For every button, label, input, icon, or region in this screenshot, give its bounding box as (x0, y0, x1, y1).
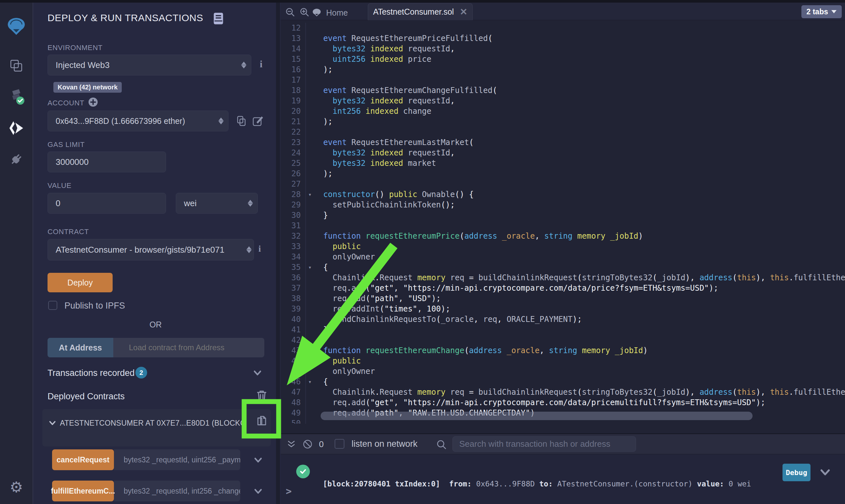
tabs-count-label: 2 tabs (807, 7, 828, 16)
stepper-arrows-icon (248, 197, 253, 210)
clear-console-icon[interactable] (302, 439, 313, 450)
debug-button[interactable]: Debug (782, 464, 810, 481)
code-viewport[interactable]: 1213 event RequestEthereumPriceFulfilled… (280, 20, 845, 433)
account-label: ACCOUNT (48, 99, 84, 107)
stepper-arrows-icon (241, 59, 246, 71)
expand-terminal-icon[interactable] (287, 439, 296, 449)
search-icon (436, 439, 447, 450)
editor-area: Home ATestnetConsumer.sol ✕ 2 tabs 1213 … (280, 3, 845, 504)
code-line-22: 22 (280, 127, 845, 137)
value-label: VALUE (48, 181, 72, 190)
code-line-36: 36 Chainlink.Request memory req = buildC… (280, 272, 845, 283)
publish-ipfs-checkbox[interactable] (48, 301, 57, 310)
add-account-icon[interactable] (88, 97, 98, 107)
contract-info-icon[interactable]: i (258, 244, 261, 254)
code-line-12: 12 (280, 23, 845, 33)
code-line-35: 35▾ { (280, 262, 845, 272)
environment-select[interactable]: Injected Web3 (48, 55, 251, 75)
stepper-arrows-icon (246, 244, 252, 256)
plugin-manager-icon[interactable] (0, 151, 33, 168)
code-line-28: 28▾ constructor() public Ownable() { (280, 189, 845, 200)
function-row: fulfillEthereumC... bytes32 _requestId, … (52, 481, 273, 501)
gas-limit-input[interactable] (48, 151, 166, 172)
function-expand-icon[interactable] (254, 456, 262, 464)
horizontal-scrollbar[interactable] (321, 412, 753, 420)
tab-active-file[interactable]: ATestnetConsumer.sol ✕ (368, 3, 472, 20)
close-tab-icon[interactable]: ✕ (460, 6, 467, 17)
code-line-17: 17 (280, 75, 845, 85)
icon-sidebar: ⚙ (0, 3, 33, 504)
fulfill-ethereum-change-args[interactable]: bytes32 _requestId, int256 _change (114, 481, 240, 501)
code-line-41: 41 } (280, 325, 845, 335)
deployed-contracts-label: Deployed Contracts (48, 392, 125, 401)
tx-success-icon (296, 465, 310, 478)
at-address-input[interactable] (113, 338, 263, 357)
clear-instances-trash-icon[interactable] (256, 390, 268, 402)
tab-home[interactable]: Home (312, 5, 348, 20)
code-line-14: 14 bytes32 indexed requestId, (280, 43, 845, 54)
terminal-prompt[interactable]: > (286, 485, 292, 497)
code-line-38: 38 req.add("path", "USD"); (280, 293, 845, 304)
transactions-collapse-icon[interactable] (253, 369, 262, 377)
code-line-33: 33 public (280, 241, 845, 252)
function-row: cancelRequest bytes32 _requestId, uint25… (52, 449, 273, 470)
docs-book-icon[interactable] (213, 12, 224, 25)
remix-ide-window: ⚙ DEPLOY & RUN TRANSACTIONS ENVIRONMENT … (0, 0, 845, 504)
copy-instance-icon[interactable] (256, 415, 267, 428)
value-unit: wei (184, 198, 196, 209)
code-line-15: 15 uint256 indexed price (280, 54, 845, 65)
window-top-strip (0, 0, 845, 3)
stepper-arrows-icon (219, 115, 224, 127)
contract-select[interactable]: ATestnetConsumer - browser/gists/9b71e07… (48, 239, 254, 260)
deployed-instance-card[interactable]: ATESTNETCONSUMER AT 0X7E7...E80D1 (BLOCK… (42, 409, 271, 447)
instance-title: ATESTNETCONSUMER AT 0X7E7...E80D1 (BLOCK… (60, 419, 242, 428)
instance-expand-icon[interactable] (49, 419, 56, 427)
remix-logo-icon[interactable] (0, 15, 33, 38)
deploy-run-icon[interactable] (0, 119, 33, 137)
code-line-45: 45 onlyOwner (280, 366, 845, 377)
value-unit-select[interactable]: wei (176, 193, 258, 214)
value-input[interactable] (48, 193, 166, 214)
terminal-log-entry[interactable]: [block:20780401 txIndex:0] from: 0x643..… (323, 462, 751, 504)
code-line-43: 43 function requestEthereumChange(addres… (280, 345, 845, 356)
terminal-search-input[interactable] (452, 436, 636, 452)
log-expand-chevron-icon[interactable] (820, 467, 831, 477)
contract-value: ATestnetConsumer - browser/gists/9b71e07… (56, 245, 224, 255)
code-line-19: 19 bytes32 indexed requestId, (280, 95, 845, 106)
home-tab-icon (312, 8, 322, 18)
edit-account-icon[interactable] (252, 115, 264, 127)
code-line-44: 44 public (280, 356, 845, 366)
code-line-46: 46▾ { (280, 377, 845, 387)
listen-network-label: listen on network (351, 439, 418, 449)
editor-tabbar: Home ATestnetConsumer.sol ✕ 2 tabs (280, 3, 845, 20)
deploy-button[interactable]: Deploy (48, 273, 113, 292)
account-select[interactable]: 0x643...9F88D (1.666673996 ether) (48, 111, 228, 131)
code-line-23: 23 event RequestEthereumLastMarket( (280, 137, 845, 148)
copy-account-icon[interactable] (236, 115, 247, 127)
file-explorer-icon[interactable] (0, 57, 33, 74)
environment-info-icon[interactable]: i (260, 58, 262, 70)
settings-gear-icon[interactable]: ⚙ (0, 478, 33, 496)
code-line-29: 29 setPublicChainlinkToken(); (280, 200, 845, 210)
environment-value: Injected Web3 (56, 60, 110, 70)
solidity-compiler-icon[interactable] (0, 88, 33, 107)
listen-network-checkbox[interactable] (334, 439, 344, 449)
code-line-37: 37 req.add("get", "https://min-api.crypt… (280, 283, 845, 293)
tabs-count-dropdown[interactable]: 2 tabs (801, 5, 842, 18)
cancel-request-args[interactable]: bytes32 _requestId, uint256 _payment, b (114, 449, 240, 470)
code-line-30: 30 } (280, 210, 845, 220)
active-tab-label: ATestnetConsumer.sol (373, 7, 454, 17)
zoom-in-icon[interactable] (299, 7, 309, 17)
code-line-47: 47 Chainlink.Request memory req = buildC… (280, 387, 845, 397)
at-address-button[interactable]: At Address (48, 338, 113, 357)
code-line-39: 39 req.addInt("times", 100); (280, 304, 845, 314)
transactions-count-badge: 2 (135, 367, 147, 378)
fulfill-ethereum-change-button[interactable]: fulfillEthereumC... (52, 481, 114, 501)
zoom-out-icon[interactable] (285, 7, 295, 17)
function-expand-icon[interactable] (254, 487, 262, 496)
cancel-request-button[interactable]: cancelRequest (52, 449, 114, 470)
at-address-row: At Address (48, 338, 264, 357)
code-line-18: 18 event RequestEthereumChangeFulfilled( (280, 85, 845, 95)
account-value: 0x643...9F88D (1.666673996 ether) (56, 116, 185, 126)
code-line-27: 27 (280, 179, 845, 189)
